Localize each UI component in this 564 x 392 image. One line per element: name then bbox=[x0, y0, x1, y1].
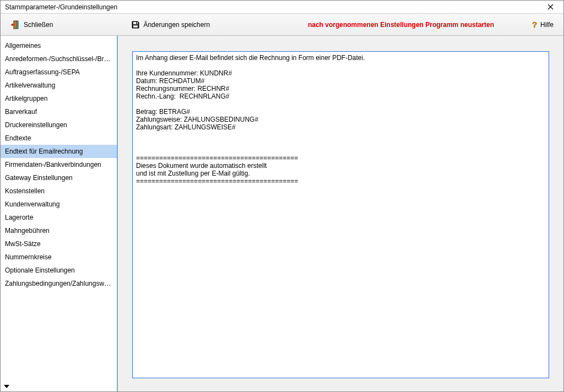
email-endtext-editor[interactable] bbox=[132, 51, 549, 378]
close-button[interactable]: Schließen bbox=[7, 19, 56, 31]
save-button-label: Änderungen speichern bbox=[143, 21, 210, 29]
chevron-down-icon bbox=[4, 385, 9, 388]
help-button[interactable]: ? Hilfe bbox=[527, 19, 557, 30]
content-area bbox=[118, 36, 563, 391]
restart-notice: nach vorgenommenen Einstellungen Program… bbox=[308, 21, 494, 29]
sidebar-item[interactable]: Auftragserfassung-/SEPA bbox=[1, 66, 117, 79]
sidebar-item[interactable]: Endtexte bbox=[1, 132, 117, 145]
sidebar-item[interactable]: Endtext für Emailrechnung bbox=[1, 145, 117, 158]
window-titlebar: Stammparameter-/Grundeinstellungen bbox=[1, 1, 563, 14]
save-button[interactable]: Änderungen speichern bbox=[128, 19, 213, 30]
sidebar-item[interactable]: Allgemeines bbox=[1, 39, 117, 52]
help-button-label: Hilfe bbox=[540, 21, 554, 29]
sidebar-item[interactable]: Kundenverwaltung bbox=[1, 198, 117, 211]
help-icon: ? bbox=[530, 20, 538, 29]
close-icon bbox=[547, 4, 554, 10]
sidebar-item[interactable]: Zahlungsbedingungen/Zahlungsweisen bbox=[1, 277, 117, 290]
svg-rect-4 bbox=[133, 25, 138, 28]
svg-rect-3 bbox=[136, 22, 137, 24]
sidebar-item[interactable]: Kostenstellen bbox=[1, 184, 117, 198]
door-exit-icon bbox=[10, 20, 20, 30]
sidebar-item[interactable]: Anredeformen-/Suchschlüssel-/Branchen bbox=[1, 52, 117, 66]
sidebar-item[interactable]: Firmendaten-/Bankverbindungen bbox=[1, 158, 117, 171]
sidebar: AllgemeinesAnredeformen-/Suchschlüssel-/… bbox=[1, 36, 118, 391]
window-title: Stammparameter-/Grundeinstellungen bbox=[5, 3, 539, 11]
sidebar-item[interactable]: Optionale Einstellungen bbox=[1, 264, 117, 277]
body: AllgemeinesAnredeformen-/Suchschlüssel-/… bbox=[1, 36, 563, 391]
sidebar-item[interactable]: Druckereinstellungen bbox=[1, 118, 117, 132]
sidebar-item[interactable]: MwSt-Sätze bbox=[1, 237, 117, 251]
svg-rect-1 bbox=[14, 21, 17, 29]
sidebar-item[interactable]: Artikelverwaltung bbox=[1, 79, 117, 92]
sidebar-item[interactable]: Mahngebühren bbox=[1, 224, 117, 237]
toolbar: Schließen Änderungen speichern nach vorg… bbox=[1, 14, 563, 36]
svg-text:?: ? bbox=[532, 20, 537, 29]
sidebar-item[interactable]: Lagerorte bbox=[1, 211, 117, 224]
window-close-button[interactable] bbox=[539, 1, 561, 13]
sidebar-item[interactable]: Barverkauf bbox=[1, 105, 117, 118]
save-icon bbox=[131, 20, 140, 29]
close-button-label: Schließen bbox=[24, 21, 53, 29]
sidebar-item[interactable]: Gateway Einstellungen bbox=[1, 171, 117, 184]
sidebar-item[interactable]: Artikelgruppen bbox=[1, 92, 117, 105]
sidebar-item[interactable]: Nummernkreise bbox=[1, 251, 117, 264]
sidebar-expand-toggle[interactable] bbox=[1, 383, 117, 391]
